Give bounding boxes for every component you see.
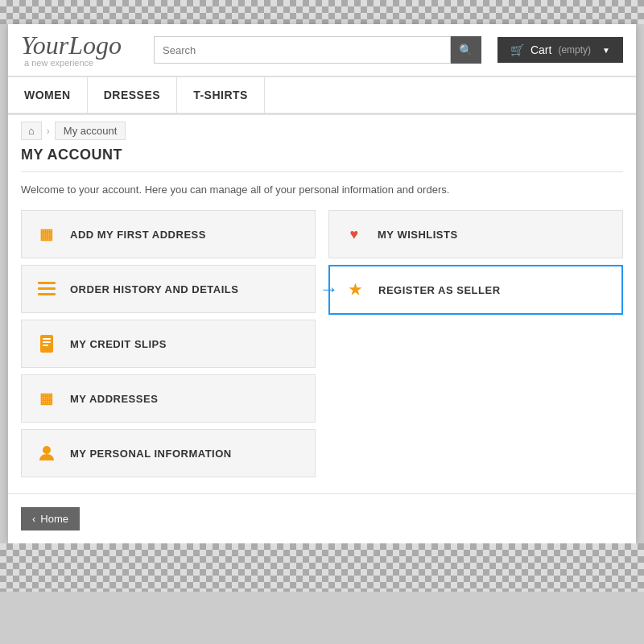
page-divider xyxy=(21,171,623,172)
breadcrumb-home[interactable]: ⌂ xyxy=(21,122,42,140)
svg-rect-1 xyxy=(38,287,56,290)
nav-item-women[interactable]: WOMEN xyxy=(8,77,88,113)
my-addresses-label: MY ADDRESSES xyxy=(70,393,158,405)
svg-rect-0 xyxy=(38,282,56,284)
seller-icon: ★ xyxy=(343,278,367,302)
nav-item-dresses[interactable]: DRESSES xyxy=(88,77,177,113)
add-first-address-button[interactable]: ▦ ADD MY FIRST ADDRESS xyxy=(21,210,316,258)
search-area: 🔍 xyxy=(154,36,481,64)
my-wishlists-label: MY WISHLISTS xyxy=(378,229,458,241)
personal-info-label: MY PERSONAL INFORMATION xyxy=(70,448,232,460)
address-icon: ▦ xyxy=(35,222,59,246)
personal-info-icon xyxy=(35,441,59,465)
credit-slips-icon xyxy=(35,332,59,356)
back-arrow-icon: ‹ xyxy=(32,513,35,525)
credit-slips-button[interactable]: MY CREDIT SLIPS xyxy=(21,320,316,368)
order-icon xyxy=(35,277,59,301)
credit-slips-label: MY CREDIT SLIPS xyxy=(70,338,167,350)
welcome-text: Welcome to your account. Here you can ma… xyxy=(21,184,623,196)
logo: YourLogo a new experience xyxy=(21,32,122,68)
cart-area: 🛒 Cart (empty) ▼ xyxy=(497,37,623,63)
search-input[interactable] xyxy=(154,36,451,64)
cart-status: (empty) xyxy=(558,44,591,56)
cart-icon: 🛒 xyxy=(510,43,524,56)
breadcrumb: ⌂ › My account xyxy=(8,115,636,147)
my-addresses-button[interactable]: ▦ MY ADDRESSES xyxy=(21,374,316,423)
my-wishlists-button[interactable]: ♥ MY WISHLISTS xyxy=(328,210,623,258)
cart-button[interactable]: 🛒 Cart (empty) ▼ xyxy=(497,37,623,63)
order-history-label: ORDER HISTORY AND DETAILS xyxy=(70,283,238,295)
nav-bar: WOMEN DRESSES T-SHIRTS xyxy=(8,76,636,115)
svg-rect-2 xyxy=(38,293,56,295)
page-title: MY ACCOUNT xyxy=(21,147,623,163)
personal-info-button[interactable]: MY PERSONAL INFORMATION xyxy=(21,429,316,477)
cart-label: Cart xyxy=(530,43,551,56)
left-column: ▦ ADD MY FIRST ADDRESS ORDER HISTORY AND… xyxy=(21,210,316,477)
header: YourLogo a new experience 🔍 🛒 Cart (empt… xyxy=(8,24,636,76)
home-label: Home xyxy=(40,513,68,525)
account-grid: ▦ ADD MY FIRST ADDRESS ORDER HISTORY AND… xyxy=(21,210,623,477)
logo-text: YourLogo xyxy=(21,32,122,58)
svg-rect-3 xyxy=(40,335,53,353)
search-icon: 🔍 xyxy=(459,43,473,56)
addresses-icon: ▦ xyxy=(35,386,59,411)
breadcrumb-separator: › xyxy=(47,126,50,137)
order-history-button[interactable]: ORDER HISTORY AND DETAILS → xyxy=(21,265,316,313)
footer-breadcrumb: ‹ Home xyxy=(8,493,636,543)
chevron-down-icon: ▼ xyxy=(602,46,610,55)
register-as-seller-label: REGISTER AS SELLER xyxy=(378,284,501,296)
search-button[interactable]: 🔍 xyxy=(451,36,481,64)
arrow-icon: → xyxy=(320,278,340,300)
page-content: MY ACCOUNT Welcome to your account. Here… xyxy=(8,147,636,493)
svg-rect-4 xyxy=(43,338,51,340)
wishlist-icon: ♥ xyxy=(342,222,366,246)
right-column: ♥ MY WISHLISTS ★ REGISTER AS SELLER xyxy=(328,210,623,315)
svg-rect-5 xyxy=(43,341,51,343)
breadcrumb-current[interactable]: My account xyxy=(55,122,126,140)
nav-item-tshirts[interactable]: T-SHIRTS xyxy=(177,77,265,113)
add-first-address-label: ADD MY FIRST ADDRESS xyxy=(70,229,206,241)
svg-point-7 xyxy=(43,446,51,454)
register-as-seller-button[interactable]: ★ REGISTER AS SELLER xyxy=(328,265,623,315)
home-button[interactable]: ‹ Home xyxy=(21,507,80,530)
svg-rect-6 xyxy=(43,345,48,346)
